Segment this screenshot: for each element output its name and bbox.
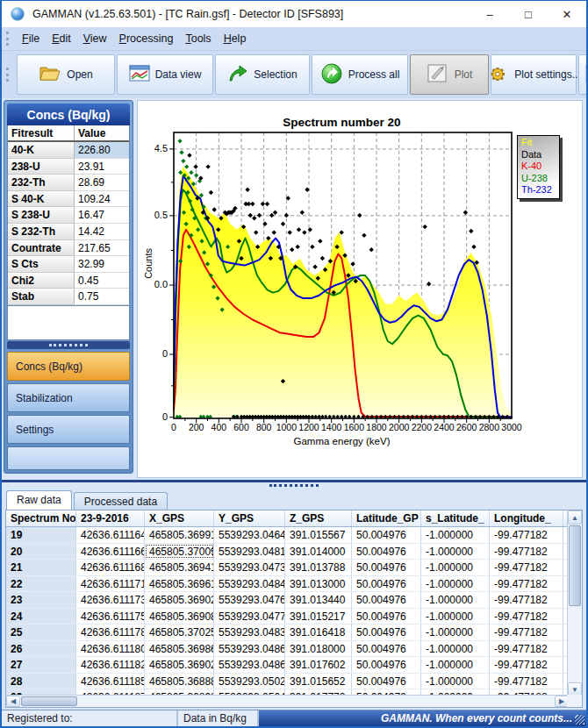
tab-raw-data[interactable]: Raw data xyxy=(6,490,72,510)
grid-cell[interactable]: 391.013788 xyxy=(285,560,352,575)
plot-settings-button[interactable]: Plot settings... xyxy=(491,54,577,95)
grid-cell[interactable]: -1.000000 xyxy=(421,592,490,608)
grid-cell[interactable]: 465805.36991 xyxy=(145,527,214,543)
grid-cell[interactable]: 50.004976 xyxy=(352,527,421,543)
grid-cell[interactable]: 5539293.0502 xyxy=(214,674,285,689)
grid-column-header[interactable]: Y_GPS xyxy=(214,510,285,526)
grid-cell[interactable]: 42636.611175 xyxy=(76,609,145,625)
grid-cell[interactable]: -99.477182 xyxy=(490,609,563,625)
grid-cell[interactable]: 50.004976 xyxy=(352,657,421,673)
grid-cell[interactable]: -1.000000 xyxy=(421,576,490,592)
tab-processed-data[interactable]: Processed data xyxy=(74,492,168,510)
fitresult-row[interactable]: Stab0.75 xyxy=(8,289,129,305)
grid-column-header[interactable]: s_Latitude_ xyxy=(421,510,490,526)
menu-grip[interactable] xyxy=(6,32,10,46)
close-button[interactable]: ✕ xyxy=(548,1,586,27)
grid-cell[interactable]: -1.000000 xyxy=(421,641,490,657)
fitresult-row[interactable]: S Cts32.99 xyxy=(8,256,129,273)
scroll-left-icon[interactable]: ◀ xyxy=(6,696,20,707)
grid-cell[interactable]: 391.013000 xyxy=(285,576,352,592)
sidebar-item-settings[interactable]: Settings xyxy=(7,415,130,444)
grid-cell[interactable]: 5539293.0476 xyxy=(214,592,285,608)
grid-cell[interactable]: -1.000000 xyxy=(421,544,490,560)
grid-cell[interactable]: 42636.611164 xyxy=(76,527,145,543)
grid-cell[interactable]: 5539293.0481 xyxy=(214,544,285,560)
sidebar-item-empty[interactable] xyxy=(7,446,130,470)
row-header-cell[interactable]: 25 xyxy=(6,625,76,640)
minimize-button[interactable]: – xyxy=(470,1,509,27)
menu-processing[interactable]: Processing xyxy=(113,29,180,48)
menu-file[interactable]: File xyxy=(16,29,46,48)
grid-cell[interactable]: -1.000000 xyxy=(421,609,490,625)
grid-cell[interactable]: -1.000000 xyxy=(421,560,490,575)
row-header-cell[interactable]: 22 xyxy=(6,576,76,592)
grid-cell[interactable]: 465805.36941 xyxy=(145,560,214,575)
menu-help[interactable]: Help xyxy=(218,29,253,48)
grid-cell[interactable]: 50.004976 xyxy=(352,625,421,640)
grid-cell[interactable]: 50.004976 xyxy=(352,544,421,560)
grid-cell[interactable]: 391.015217 xyxy=(285,609,352,625)
sidebar-splitter[interactable] xyxy=(7,341,130,349)
grid-cell[interactable]: 50.004976 xyxy=(352,609,421,625)
row-header-cell[interactable]: 20 xyxy=(6,544,76,560)
grid-cell[interactable]: 42636.611171 xyxy=(76,576,145,592)
plot-button[interactable]: Plot xyxy=(410,54,489,95)
grid-cell[interactable]: 465805.37025 xyxy=(145,625,214,640)
fitresult-row[interactable]: 40-K226.80 xyxy=(8,142,129,159)
grid-cell[interactable]: 391.016418 xyxy=(285,625,352,640)
fitresult-row[interactable]: Chi20.45 xyxy=(8,273,129,289)
fitresult-row[interactable]: Countrate217.65 xyxy=(8,240,129,257)
grid-cell[interactable]: 5539293.0484 xyxy=(214,576,285,592)
menu-edit[interactable]: Edit xyxy=(46,29,77,48)
sidebar-item-concs[interactable]: Concs (Bq/kg) xyxy=(7,352,130,381)
process-all-button[interactable]: Process all xyxy=(312,54,408,95)
grid-cell[interactable]: -99.477182 xyxy=(490,674,563,689)
row-header-cell[interactable]: 23 xyxy=(6,592,76,608)
grid-cell[interactable]: -1.000000 xyxy=(421,625,490,640)
grid-cell[interactable]: 5539293.0486 xyxy=(214,657,285,673)
grid-cell[interactable]: -99.477182 xyxy=(490,527,563,543)
grid-cell[interactable]: 5539293.0477 xyxy=(214,609,285,625)
grid-cell[interactable]: 50.004976 xyxy=(352,674,421,689)
grid-cell[interactable]: 5539293.0486 xyxy=(214,641,285,657)
grid-cell[interactable]: 465805.36986 xyxy=(145,641,214,657)
grid-cell[interactable]: 42636.611173 xyxy=(76,592,145,608)
grid-column-header[interactable]: Spectrum No xyxy=(6,510,76,526)
menu-view[interactable]: View xyxy=(77,29,113,48)
grid-column-header[interactable]: Z_GPS xyxy=(285,510,352,526)
row-header-cell[interactable]: 24 xyxy=(6,609,76,625)
open-button[interactable]: Open xyxy=(17,54,115,95)
grid-cell[interactable]: 42636.611182 xyxy=(76,657,145,673)
grid-cell[interactable]: 391.017602 xyxy=(285,657,352,673)
view-button[interactable]: View xyxy=(578,54,588,95)
grid-cell[interactable]: -99.477182 xyxy=(490,560,563,575)
grid-cell[interactable]: 465805.36902 xyxy=(145,657,214,673)
row-header-cell[interactable]: 27 xyxy=(6,657,76,673)
grid-cell[interactable]: -99.477182 xyxy=(490,576,563,592)
grid-cell[interactable]: 5539293.0464 xyxy=(214,527,285,543)
vertical-scroll-thumb[interactable] xyxy=(569,525,581,606)
menu-tools[interactable]: Tools xyxy=(179,29,217,48)
grid-cell[interactable]: 50.004976 xyxy=(352,560,421,575)
grid-cell[interactable]: 391.013440 xyxy=(285,592,352,608)
fitresult-row[interactable]: S 238-U16.47 xyxy=(8,207,129,224)
fitresult-row[interactable]: S 40-K109.24 xyxy=(8,191,129,208)
row-header-cell[interactable]: 21 xyxy=(6,560,76,575)
fitresult-row[interactable]: S 232-Th14.42 xyxy=(8,224,129,240)
grid-cell[interactable]: 5539293.0473 xyxy=(214,560,285,575)
grid-cell[interactable]: 5539293.0483 xyxy=(214,625,285,640)
grid-cell[interactable]: 42636.611168 xyxy=(76,560,145,575)
grid-cell[interactable]: -99.477182 xyxy=(490,592,563,608)
grid-cell[interactable]: 391.015652 xyxy=(285,674,352,689)
grid-cell[interactable]: -1.000000 xyxy=(421,527,490,543)
grid-cell[interactable]: 42636.611185 xyxy=(76,674,145,689)
grid-column-header[interactable]: Latitude_GP xyxy=(352,510,421,526)
grid-cell[interactable]: 50.004976 xyxy=(352,641,421,657)
grid-cell[interactable]: -99.477182 xyxy=(490,641,563,657)
grid-cell[interactable]: -1.000000 xyxy=(421,657,490,673)
row-header-cell[interactable]: 26 xyxy=(6,641,76,657)
sidebar-item-stabilization[interactable]: Stabilization xyxy=(7,383,130,412)
grid-column-header[interactable]: 23-9-2016 xyxy=(76,510,145,526)
grid-cell[interactable]: -99.477182 xyxy=(490,544,563,560)
vertical-scrollbar[interactable]: ▲ ▼ xyxy=(567,510,582,696)
